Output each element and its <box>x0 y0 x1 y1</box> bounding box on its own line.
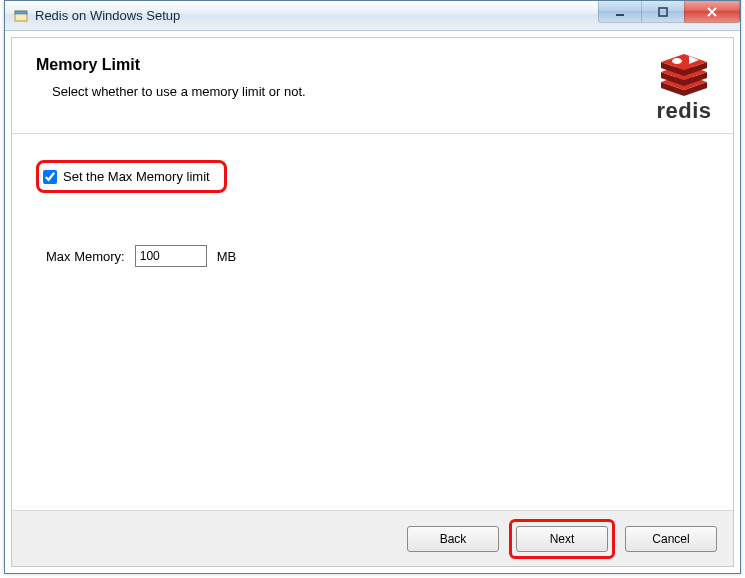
set-max-memory-checkbox[interactable] <box>43 170 57 184</box>
svg-point-10 <box>672 58 682 64</box>
page-title: Memory Limit <box>36 56 709 74</box>
installer-window: Redis on Windows Setup Memory Limit Sele… <box>4 0 741 574</box>
window-controls <box>599 1 740 23</box>
installer-icon <box>13 8 29 24</box>
back-button[interactable]: Back <box>407 526 499 552</box>
redis-logo-icon <box>655 52 713 100</box>
minimize-button[interactable] <box>598 1 642 23</box>
content-panel: Memory Limit Select whether to use a mem… <box>11 37 734 567</box>
next-button[interactable]: Next <box>516 526 608 552</box>
window-title: Redis on Windows Setup <box>35 8 180 23</box>
maximize-button[interactable] <box>641 1 685 23</box>
max-memory-row: Max Memory: MB <box>36 245 709 267</box>
titlebar[interactable]: Redis on Windows Setup <box>5 1 740 31</box>
svg-rect-1 <box>15 11 27 14</box>
set-max-memory-label[interactable]: Set the Max Memory limit <box>63 169 210 184</box>
redis-logo: redis <box>655 52 713 124</box>
footer-bar: Back Next Cancel <box>12 510 733 566</box>
max-memory-label: Max Memory: <box>46 249 125 264</box>
page-subtitle: Select whether to use a memory limit or … <box>36 84 709 99</box>
svg-rect-2 <box>616 14 624 16</box>
max-memory-input[interactable] <box>135 245 207 267</box>
redis-logo-text: redis <box>655 98 713 124</box>
header-area: Memory Limit Select whether to use a mem… <box>12 38 733 134</box>
svg-rect-3 <box>659 8 667 16</box>
max-memory-unit: MB <box>217 249 237 264</box>
next-button-highlight: Next <box>509 519 615 559</box>
cancel-button[interactable]: Cancel <box>625 526 717 552</box>
body-area: Set the Max Memory limit Max Memory: MB <box>12 134 733 293</box>
close-button[interactable] <box>684 1 740 23</box>
set-max-memory-highlight: Set the Max Memory limit <box>36 160 227 193</box>
